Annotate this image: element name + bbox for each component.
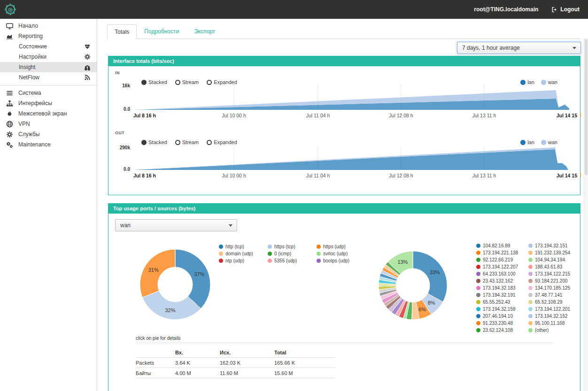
legend-item[interactable]: 188.43.61.83 xyxy=(528,264,580,269)
table-cell: 4.00 M xyxy=(175,368,220,378)
legend-item[interactable]: 173.194.32.159 xyxy=(476,307,528,312)
legend-item[interactable]: 93.184.221.200 xyxy=(528,278,580,284)
sources-donut-chart[interactable]: 33%8%6%13% xyxy=(375,248,450,323)
legend-item[interactable]: 91.233.230.48 xyxy=(476,321,528,326)
legend-dot xyxy=(476,272,480,276)
table-header: Total xyxy=(274,347,335,358)
table-header-row: Вх.Исх.Total xyxy=(136,347,335,358)
legend-item[interactable]: 95.100.11.168 xyxy=(528,321,580,326)
y-max-label-in: 16k xyxy=(113,83,130,88)
legend-item[interactable]: svrloc (udp) xyxy=(317,251,368,256)
legend-out: lanwan xyxy=(520,139,557,145)
legend-item[interactable]: ntp (udp) xyxy=(219,258,268,263)
radio-stream[interactable]: Stream xyxy=(175,139,199,145)
legend-item[interactable]: 0 (icmp) xyxy=(268,251,317,256)
legend-item[interactable]: 207.46.194.10 xyxy=(476,314,528,319)
ports-donut-chart[interactable]: 37%32%31% xyxy=(138,247,213,322)
legend-item[interactable]: domain (udp) xyxy=(219,251,268,256)
sidebar-item-netflow[interactable]: NetFlow xyxy=(0,72,97,83)
legend-dot xyxy=(528,265,533,269)
sidebar-item-label: NetFlow xyxy=(19,74,84,81)
opnsense-logo-icon[interactable]: @ xyxy=(4,3,17,16)
radio-stacked[interactable]: Stacked xyxy=(141,139,167,145)
legend-item[interactable]: 173.194.32.183 xyxy=(476,285,528,291)
legend-item-lan[interactable]: lan xyxy=(520,139,534,145)
scrollbar-thumb[interactable] xyxy=(585,39,588,175)
legend-item[interactable]: 92.122.66.219 xyxy=(476,257,528,262)
interface-select[interactable]: wan xyxy=(115,219,237,231)
x-axis-in: Jul 8 16 hJul 10 00 hJul 11 04 hJul 12 0… xyxy=(133,113,577,119)
legend-item[interactable]: 23.43.132.162 xyxy=(476,278,528,284)
legend-item[interactable]: http (tcp) xyxy=(219,244,268,249)
legend-item[interactable]: 173.194.122.215 xyxy=(528,271,580,276)
svg-text:37%: 37% xyxy=(194,271,204,277)
legend-item[interactable]: 65.52.108.29 xyxy=(528,299,580,305)
legend-item[interactable]: 65.55.252.43 xyxy=(476,299,528,305)
pie-slice[interactable] xyxy=(413,251,447,302)
ports-legend: http (tcp)https (tcp)https (udp)domain (… xyxy=(219,243,368,264)
legend-item[interactable]: 104.94.34.194 xyxy=(528,257,580,262)
sidebar-item-vpn[interactable]: VPN xyxy=(0,119,97,129)
legend-dot xyxy=(317,259,321,263)
legend-dot xyxy=(219,252,223,256)
legend-item[interactable]: 173.194.32.152 xyxy=(528,314,580,319)
legend-dot xyxy=(268,259,272,263)
table-header: Исх. xyxy=(220,347,274,358)
legend-dot xyxy=(476,293,480,297)
sidebar-item-health[interactable]: Состояние xyxy=(0,41,97,52)
x-tick: Jul 12 08 h xyxy=(389,173,413,178)
x-tick: Jul 12 08 h xyxy=(389,113,413,118)
sidebar-item-services[interactable]: Службы xyxy=(0,129,97,139)
legend-item[interactable]: 104.82.16.89 xyxy=(476,243,528,248)
x-tick: Jul 8 16 h xyxy=(133,173,156,178)
sidebar-item-system[interactable]: Система xyxy=(0,88,97,98)
legend-item[interactable]: 173.194.122.207 xyxy=(476,264,528,269)
legend-item-wan[interactable]: wan xyxy=(541,139,557,145)
out-area-chart[interactable] xyxy=(133,146,577,171)
totals-table: Вх.Исх.TotalPackets3.64 K162.03 K165.66 … xyxy=(136,347,335,378)
in-area-chart[interactable] xyxy=(133,84,577,111)
pie-hint-text: click on pie for details xyxy=(136,336,181,341)
sidebar-item-interfaces[interactable]: Интерфейсы xyxy=(0,98,97,108)
sidebar-item-reporting[interactable]: Reporting xyxy=(0,31,97,41)
legend-item[interactable]: 134.170.185.125 xyxy=(528,285,580,291)
table-cell: 15.60 M xyxy=(274,368,335,378)
sidebar-item-settings[interactable]: Настройки xyxy=(0,52,97,62)
scrollbar[interactable] xyxy=(584,38,588,391)
legend-item[interactable]: 173.194.32.151 xyxy=(528,243,580,248)
legend-dot xyxy=(476,307,480,311)
legend-item[interactable]: https (udp) xyxy=(317,244,368,249)
svg-text:13%: 13% xyxy=(397,259,408,265)
logout-button[interactable]: Logout xyxy=(551,6,580,13)
sidebar-item-firewall[interactable]: Межсетевой экран xyxy=(0,108,97,119)
legend-item[interactable]: bootps (udp) xyxy=(317,258,368,263)
pie-slice[interactable] xyxy=(175,249,210,308)
legend-item[interactable]: 173.194.221.138 xyxy=(476,250,528,255)
svg-text:8%: 8% xyxy=(428,300,435,306)
legend-dot xyxy=(520,140,526,145)
legend-item[interactable]: 173.194.122.201 xyxy=(528,307,580,312)
sidebar-item-maintenance[interactable]: Maintenance xyxy=(0,139,97,150)
sidebar-item-insight[interactable]: Insight xyxy=(0,62,97,72)
tab-totals[interactable]: Totals xyxy=(107,24,137,39)
tab-export[interactable]: Экспорт xyxy=(186,24,223,38)
legend-dot xyxy=(476,251,480,255)
svg-text:32%: 32% xyxy=(165,307,175,313)
sources-legend: 104.82.16.89173.194.32.151173.194.221.13… xyxy=(476,242,580,334)
legend-item[interactable]: 23.62.124.108 xyxy=(476,328,528,333)
legend-item[interactable]: 191.232.139.254 xyxy=(528,250,580,255)
pie-slice[interactable] xyxy=(140,249,175,298)
legend-item[interactable]: 37.48.77.141 xyxy=(528,292,580,298)
radio-expanded[interactable]: Expanded xyxy=(207,139,237,145)
legend-item[interactable]: (other) xyxy=(528,328,580,333)
legend-item[interactable]: 5355 (udp) xyxy=(268,258,317,263)
legend-item[interactable]: https (tcp) xyxy=(268,244,317,249)
legend-item[interactable]: 64.233.163.100 xyxy=(476,271,528,276)
legend-dot xyxy=(219,245,223,249)
legend-item[interactable]: 173.194.32.191 xyxy=(476,292,528,298)
sidebar-item-home[interactable]: Начало xyxy=(0,21,97,31)
period-select[interactable]: 7 days, 1 hour average xyxy=(457,42,581,54)
legend-dot xyxy=(541,80,546,85)
legend-dot xyxy=(528,279,533,283)
tab-details[interactable]: Подробности xyxy=(137,24,186,38)
